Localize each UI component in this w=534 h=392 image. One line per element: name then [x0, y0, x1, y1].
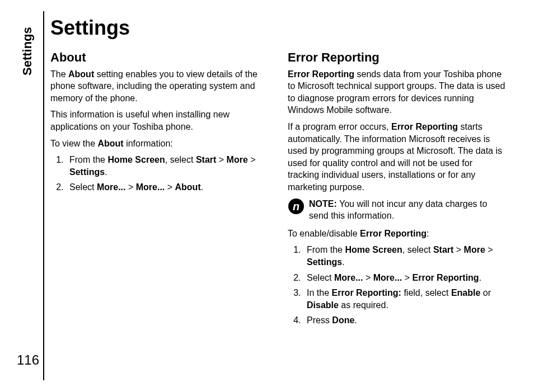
- note-icon: n: [288, 198, 305, 217]
- about-p2: This information is useful when installi…: [50, 108, 269, 133]
- bold: More...: [97, 182, 126, 192]
- text: .: [479, 273, 481, 282]
- text: The: [50, 69, 68, 79]
- error-reporting-heading: Error Reporting: [288, 50, 506, 65]
- text: :: [427, 229, 429, 238]
- text: .: [342, 257, 344, 267]
- page-title: Settings: [50, 17, 509, 39]
- bold: Error Reporting: [391, 122, 458, 131]
- bold: Start: [433, 245, 453, 254]
- er-p2: If a program error occurs, Error Reporti…: [288, 121, 506, 193]
- about-steps: From the Home Screen, select Start > Mor…: [50, 154, 269, 193]
- bold: Start: [196, 155, 216, 164]
- bold: Enable: [451, 288, 480, 297]
- bold: Settings: [69, 167, 105, 177]
- vertical-divider: [43, 11, 44, 380]
- bold: Error Reporting:: [331, 288, 401, 297]
- bold: Error Reporting: [288, 69, 354, 79]
- text: field, select: [401, 288, 451, 297]
- about-p3: To view the About information:: [50, 138, 269, 150]
- text: Select: [69, 182, 97, 192]
- bold: Home Screen: [345, 245, 402, 254]
- bold: About: [97, 139, 123, 148]
- text: >: [485, 245, 493, 254]
- text: In the: [307, 288, 331, 297]
- page-number: 116: [17, 352, 39, 368]
- side-tab-label: Settings: [20, 27, 35, 75]
- about-heading: About: [50, 50, 269, 65]
- er-step-2: Select More... > More... > Error Reporti…: [303, 272, 506, 284]
- text: To enable/disable: [288, 229, 360, 238]
- text: or: [480, 288, 491, 297]
- about-p1: The About setting enables you to view de…: [50, 68, 269, 105]
- text: If a program error occurs,: [288, 122, 391, 131]
- bold: More: [227, 155, 248, 164]
- text: From the: [69, 155, 107, 164]
- text: >: [248, 155, 256, 164]
- text: .: [105, 167, 107, 177]
- text: >: [216, 155, 226, 164]
- bold: About: [68, 69, 94, 79]
- text: Press: [307, 315, 332, 325]
- text: , select: [165, 155, 196, 164]
- bold: More: [464, 245, 485, 254]
- text: starts automatically. The information Mi…: [288, 122, 502, 192]
- bold: Settings: [307, 257, 342, 267]
- text: >: [402, 273, 412, 282]
- columns: About The About setting enables you to v…: [50, 45, 509, 331]
- bold: NOTE:: [309, 199, 337, 209]
- text: , select: [402, 245, 433, 254]
- bold: Error Reporting: [413, 273, 479, 282]
- bold: Error Reporting: [360, 229, 427, 238]
- note-text: NOTE: You will not incur any data charge…: [309, 198, 506, 222]
- er-steps: From the Home Screen, select Start > Mor…: [288, 244, 506, 327]
- bold: More...: [373, 273, 402, 282]
- text: >: [125, 182, 135, 192]
- er-step-1: From the Home Screen, select Start > Mor…: [303, 244, 506, 268]
- bold: About: [175, 182, 201, 192]
- bold: Home Screen: [107, 155, 165, 164]
- text: >: [165, 182, 175, 192]
- text: Select: [307, 273, 334, 282]
- text: >: [363, 273, 373, 282]
- right-column: Error Reporting Error Reporting sends da…: [288, 45, 506, 331]
- left-column: About The About setting enables you to v…: [50, 45, 269, 331]
- text: .: [354, 315, 357, 325]
- bold: Done: [332, 315, 354, 325]
- text: as required.: [339, 300, 388, 310]
- er-p1: Error Reporting sends data from your Tos…: [288, 68, 506, 116]
- manual-page: Settings 116 Settings About The About se…: [0, 0, 534, 392]
- content-area: Settings About The About setting enables…: [50, 17, 509, 331]
- bold: More...: [334, 273, 363, 282]
- text: .: [201, 182, 203, 192]
- note-block: n NOTE: You will not incur any data char…: [288, 198, 506, 222]
- text: information:: [124, 139, 173, 148]
- about-step-1: From the Home Screen, select Start > Mor…: [66, 154, 269, 178]
- text: >: [453, 245, 463, 254]
- about-step-2: Select More... > More... > About.: [66, 181, 269, 193]
- text: To view the: [50, 139, 97, 148]
- text: From the: [307, 245, 345, 254]
- er-step-4: Press Done.: [303, 314, 506, 327]
- er-p3: To enable/disable Error Reporting:: [288, 228, 506, 240]
- svg-text:n: n: [293, 200, 299, 212]
- er-step-3: In the Error Reporting: field, select En…: [303, 287, 506, 311]
- bold: More...: [136, 182, 165, 192]
- bold: Disable: [307, 300, 339, 310]
